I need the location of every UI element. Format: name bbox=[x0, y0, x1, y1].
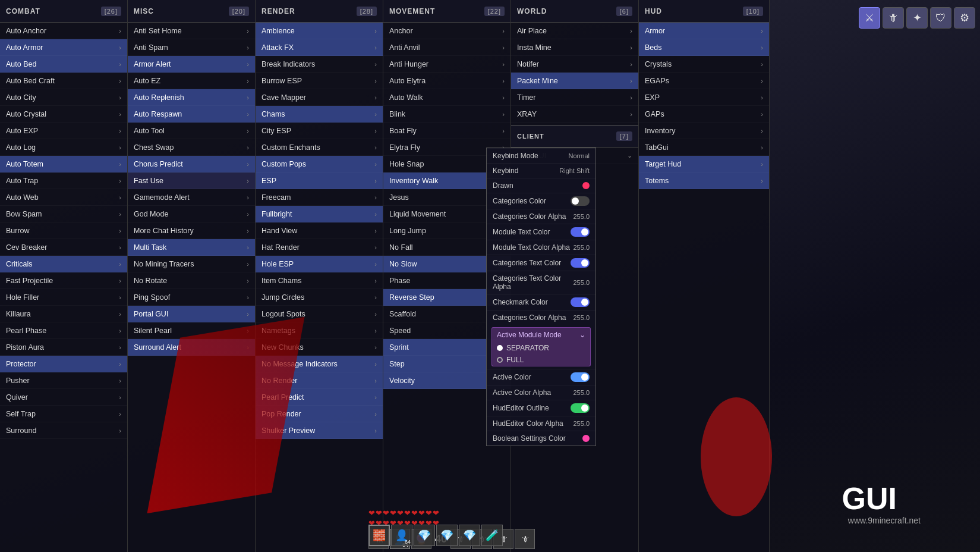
item-cev-breaker[interactable]: Cev Breaker› bbox=[0, 239, 127, 256]
item-auto-walk[interactable]: Auto Walk› bbox=[383, 89, 511, 106]
item-xray[interactable]: XRAY› bbox=[511, 106, 638, 123]
item-burrow[interactable]: Burrow› bbox=[0, 222, 127, 239]
item-criticals[interactable]: Criticals› bbox=[0, 256, 127, 272]
combat-tab-icon[interactable]: ⚔ bbox=[859, 7, 880, 29]
hotbar-slot-3[interactable]: 💎 bbox=[414, 525, 435, 546]
item-ping-spoof[interactable]: Ping Spoof› bbox=[128, 289, 255, 306]
item-auto-replenish[interactable]: Auto Replenish› bbox=[128, 89, 255, 106]
item-inventory[interactable]: Inventory› bbox=[639, 123, 769, 139]
item-air-place[interactable]: Air Place› bbox=[511, 23, 638, 39]
item-gamemode-alert[interactable]: Gamemode Alert› bbox=[128, 189, 255, 206]
item-auto-respawn[interactable]: Auto Respawn› bbox=[128, 106, 255, 123]
item-crystals[interactable]: Crystals› bbox=[639, 56, 769, 73]
separator-option[interactable]: SEPARATOR bbox=[492, 342, 590, 354]
module-text-color-toggle[interactable] bbox=[571, 227, 590, 237]
item-city-esp[interactable]: City ESP› bbox=[256, 123, 383, 139]
item-ambience[interactable]: Ambience› bbox=[256, 23, 383, 39]
active-module-mode-dropdown[interactable]: Active Module Mode ⌄ SEPARATOR FULL bbox=[491, 327, 591, 366]
item-tabgui[interactable]: TabGui› bbox=[639, 139, 769, 156]
item-self-trap[interactable]: Self Trap› bbox=[0, 406, 127, 422]
item-exp[interactable]: EXP› bbox=[639, 89, 769, 106]
item-god-mode[interactable]: God Mode› bbox=[128, 206, 255, 222]
item-surround[interactable]: Surround› bbox=[0, 422, 127, 439]
categories-color-row[interactable]: Categories Color bbox=[487, 193, 595, 209]
item-burrow-esp[interactable]: Burrow ESP› bbox=[256, 73, 383, 89]
item-egaps[interactable]: EGAPs› bbox=[639, 73, 769, 89]
item-multi-task[interactable]: Multi Task› bbox=[128, 239, 255, 256]
hotbar-slot-5[interactable]: 💎 bbox=[459, 525, 480, 546]
item-anti-set-home[interactable]: Anti Set Home› bbox=[128, 23, 255, 39]
hud-alpha-row[interactable]: HudEditor Color Alpha 255.0 bbox=[487, 416, 595, 431]
item-auto-tool[interactable]: Auto Tool› bbox=[128, 123, 255, 139]
item-insta-mine[interactable]: Insta Mine› bbox=[511, 39, 638, 56]
item-bow-spam[interactable]: Bow Spam› bbox=[0, 206, 127, 222]
drawn-row[interactable]: Drawn bbox=[487, 178, 595, 193]
item-auto-totem[interactable]: Auto Totem› bbox=[0, 156, 127, 172]
item-item-chams[interactable]: Item Chams› bbox=[256, 272, 383, 289]
item-hole-filler[interactable]: Hole Filler› bbox=[0, 289, 127, 306]
item-pearl-phase[interactable]: Pearl Phase› bbox=[0, 322, 127, 339]
item-anti-hunger[interactable]: Anti Hunger› bbox=[383, 56, 511, 73]
item-totems[interactable]: Totems› bbox=[639, 172, 769, 189]
module-text-color-row[interactable]: Module Text Color bbox=[487, 224, 595, 240]
item-jump-circles[interactable]: Jump Circles› bbox=[256, 289, 383, 306]
keybind-mode-row[interactable]: Keybind Mode Normal bbox=[487, 148, 595, 163]
item-attack-fx[interactable]: Attack FX› bbox=[256, 39, 383, 56]
item-armor-alert[interactable]: Armor Alert› bbox=[128, 56, 255, 73]
hud-outline-row[interactable]: HudEditor Outline bbox=[487, 400, 595, 416]
item-auto-web[interactable]: Auto Web› bbox=[0, 189, 127, 206]
item-custom-enchants[interactable]: Custom Enchants› bbox=[256, 139, 383, 156]
active-color-toggle[interactable] bbox=[571, 372, 590, 382]
misc-tab-icon[interactable]: 🗡 bbox=[883, 7, 904, 29]
item-armor[interactable]: Armor› bbox=[639, 23, 769, 39]
item-timer[interactable]: Timer› bbox=[511, 89, 638, 106]
item-boat-fly[interactable]: Boat Fly› bbox=[383, 123, 511, 139]
item-protector[interactable]: Protector› bbox=[0, 356, 127, 372]
item-fast-projectile[interactable]: Fast Projectile› bbox=[0, 272, 127, 289]
item-blink[interactable]: Blink› bbox=[383, 106, 511, 123]
item-auto-city[interactable]: Auto City› bbox=[0, 89, 127, 106]
item-hat-render[interactable]: Hat Render› bbox=[256, 239, 383, 256]
item-notifer[interactable]: Notifer› bbox=[511, 56, 638, 73]
render-tab-icon[interactable]: ✦ bbox=[906, 7, 928, 29]
hud-outline-toggle[interactable] bbox=[571, 403, 590, 413]
item-portal-gui[interactable]: Portal GUI› bbox=[128, 306, 255, 322]
hotbar-slot-6[interactable]: 🧪 bbox=[481, 525, 503, 546]
item-auto-armor[interactable]: Auto Armor› bbox=[0, 39, 127, 56]
item-chorus-predict[interactable]: Chorus Predict› bbox=[128, 156, 255, 172]
checkmark-alpha-row[interactable]: Categories Color Alpha 255.0 bbox=[487, 310, 595, 325]
cat-text-color-toggle[interactable] bbox=[571, 258, 590, 268]
item-gaps[interactable]: GAPs› bbox=[639, 106, 769, 123]
item-logout-spots[interactable]: Logout Spots› bbox=[256, 306, 383, 322]
categories-text-color-row[interactable]: Categories Text Color bbox=[487, 255, 595, 271]
full-option[interactable]: FULL bbox=[492, 354, 590, 366]
boolean-settings-color-row[interactable]: Boolean Settings Color bbox=[487, 431, 595, 446]
item-hole-esp[interactable]: Hole ESP› bbox=[256, 256, 383, 272]
item-cave-mapper[interactable]: Cave Mapper› bbox=[256, 89, 383, 106]
hotbar-slot-4[interactable]: 💎 bbox=[436, 525, 458, 546]
item-beds[interactable]: Beds› bbox=[639, 39, 769, 56]
categories-text-alpha-row[interactable]: Categories Text Color Alpha 255.0 bbox=[487, 271, 595, 294]
active-color-row[interactable]: Active Color bbox=[487, 369, 595, 385]
item-killaura[interactable]: Killaura› bbox=[0, 306, 127, 322]
item-anti-spam[interactable]: Anti Spam› bbox=[128, 39, 255, 56]
item-auto-log[interactable]: Auto Log› bbox=[0, 139, 127, 156]
categories-color-toggle[interactable] bbox=[571, 196, 590, 206]
hotbar-slot-2[interactable]: 👤 64 bbox=[391, 525, 412, 546]
hotbar-slot-1[interactable]: 🧱 bbox=[368, 525, 390, 546]
item-freecam[interactable]: Freecam› bbox=[256, 189, 383, 206]
world-tab-icon[interactable]: 🛡 bbox=[930, 7, 951, 29]
item-auto-bed-craft[interactable]: Auto Bed Craft› bbox=[0, 73, 127, 89]
item-quiver[interactable]: Quiver› bbox=[0, 389, 127, 406]
mode-dropdown-header[interactable]: Active Module Mode ⌄ bbox=[492, 328, 590, 342]
item-fast-use[interactable]: Fast Use› bbox=[128, 172, 255, 189]
item-no-rotate[interactable]: No Rotate› bbox=[128, 272, 255, 289]
item-auto-exp[interactable]: Auto EXP› bbox=[0, 123, 127, 139]
item-break-indicators[interactable]: Break Indicators› bbox=[256, 56, 383, 73]
hud-tab-icon[interactable]: ⚙ bbox=[954, 7, 975, 29]
item-chest-swap[interactable]: Chest Swap› bbox=[128, 139, 255, 156]
item-hand-view[interactable]: Hand View› bbox=[256, 222, 383, 239]
item-auto-bed[interactable]: Auto Bed› bbox=[0, 56, 127, 73]
item-no-mining-tracers[interactable]: No Mining Tracers› bbox=[128, 256, 255, 272]
item-auto-elytra[interactable]: Auto Elytra› bbox=[383, 73, 511, 89]
